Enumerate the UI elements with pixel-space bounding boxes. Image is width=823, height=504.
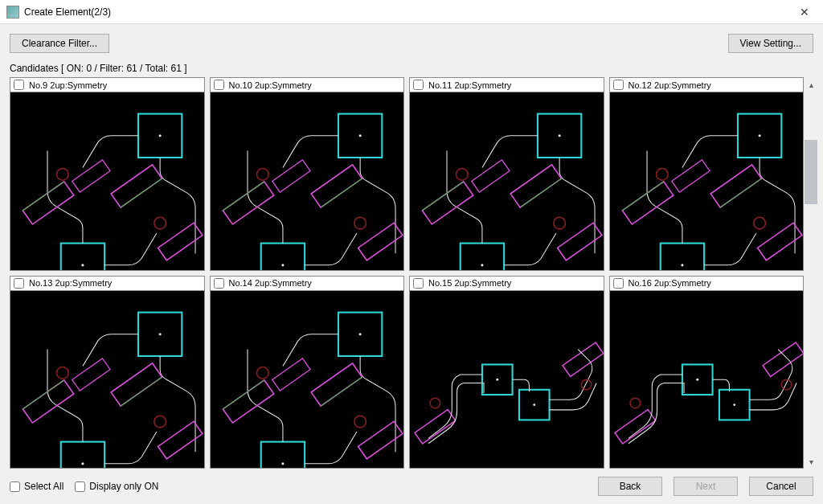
scroll-track[interactable] — [804, 92, 818, 454]
candidate-tile-header: No.14 2up:Symmetry — [211, 277, 404, 291]
svg-rect-21 — [272, 160, 309, 192]
svg-point-83 — [733, 404, 735, 406]
candidate-checkbox[interactable] — [413, 80, 424, 90]
window-title: Create Element(2/3) — [24, 6, 786, 18]
candidate-checkbox[interactable] — [413, 278, 424, 289]
svg-point-27 — [481, 264, 483, 266]
candidate-label: No.15 2up:Symmetry — [428, 278, 511, 288]
svg-point-61 — [358, 333, 361, 335]
svg-point-46 — [656, 169, 668, 181]
candidate-tile[interactable]: No.14 2up:Symmetry — [210, 276, 405, 469]
svg-rect-64 — [223, 379, 273, 422]
svg-point-47 — [753, 217, 765, 229]
svg-rect-18 — [311, 165, 362, 207]
clearance-filter-button[interactable]: Clearance Filter... — [10, 34, 109, 53]
svg-point-87 — [781, 379, 792, 390]
candidate-checkbox[interactable] — [214, 80, 224, 90]
svg-point-37 — [758, 134, 760, 137]
back-button[interactable]: Back — [598, 477, 662, 496]
view-setting-button[interactable]: View Setting... — [728, 34, 814, 53]
window-titlebar: Create Element(2/3) ✕ — [0, 0, 823, 24]
close-button[interactable]: ✕ — [786, 0, 823, 24]
vertical-scrollbar[interactable]: ▴ ▾ — [804, 77, 818, 469]
candidate-preview — [10, 92, 204, 271]
cancel-button[interactable]: Cancel — [749, 477, 813, 496]
candidate-tile-header: No.12 2up:Symmetry — [610, 78, 804, 92]
svg-rect-6 — [111, 165, 162, 207]
toolbar: Clearance Filter... View Setting... — [0, 24, 823, 63]
svg-rect-62 — [260, 441, 304, 469]
scroll-down-arrow[interactable]: ▾ — [804, 454, 818, 469]
candidate-tile-header: No.16 2up:Symmetry — [610, 277, 804, 291]
select-all-checkbox[interactable]: Select All — [10, 481, 63, 492]
svg-point-1 — [159, 134, 162, 137]
svg-point-51 — [81, 462, 84, 465]
svg-point-86 — [630, 398, 641, 408]
svg-rect-42 — [710, 165, 761, 207]
candidate-tile[interactable]: No.11 2up:Symmetry — [409, 77, 604, 271]
svg-rect-52 — [23, 379, 73, 422]
scroll-thumb[interactable] — [805, 140, 817, 204]
candidate-checkbox[interactable] — [613, 278, 624, 289]
candidate-tile[interactable]: No.13 2up:Symmetry — [10, 276, 205, 469]
svg-rect-56 — [158, 421, 203, 459]
candidate-tile-header: No.13 2up:Symmetry — [10, 277, 204, 291]
candidate-checkbox[interactable] — [214, 278, 224, 289]
svg-point-10 — [57, 169, 69, 181]
svg-point-3 — [81, 264, 84, 266]
svg-point-71 — [354, 416, 366, 428]
candidate-tile-header: No.10 2up:Symmetry — [211, 78, 404, 92]
svg-point-63 — [281, 462, 284, 465]
svg-rect-20 — [358, 223, 402, 260]
svg-rect-32 — [558, 223, 602, 260]
svg-point-34 — [457, 169, 469, 181]
candidate-checkbox[interactable] — [14, 80, 24, 90]
svg-rect-8 — [158, 223, 203, 260]
candidate-checkbox[interactable] — [14, 278, 24, 289]
svg-point-22 — [256, 169, 268, 181]
svg-rect-26 — [461, 244, 504, 271]
candidate-tile[interactable]: No.10 2up:Symmetry — [210, 77, 405, 271]
svg-rect-69 — [272, 358, 309, 390]
svg-rect-68 — [358, 421, 402, 459]
candidates-summary: Candidates [ ON: 0 / Filter: 61 / Total:… — [0, 63, 823, 77]
svg-rect-44 — [757, 223, 801, 260]
candidate-tile[interactable]: No.15 2up:Symmetry — [409, 276, 604, 469]
candidate-label: No.16 2up:Symmetry — [629, 278, 711, 288]
svg-point-13 — [358, 134, 361, 137]
svg-rect-28 — [422, 182, 473, 224]
svg-rect-50 — [61, 441, 104, 469]
candidate-tile[interactable]: No.9 2up:Symmetry — [10, 77, 205, 271]
svg-rect-85 — [763, 342, 803, 375]
candidate-label: No.9 2up:Symmetry — [29, 80, 107, 90]
svg-rect-40 — [622, 182, 673, 224]
candidate-label: No.14 2up:Symmetry — [229, 278, 312, 288]
svg-rect-9 — [72, 160, 110, 192]
candidate-tile[interactable]: No.16 2up:Symmetry — [609, 276, 805, 469]
svg-rect-77 — [563, 342, 603, 375]
select-all-input[interactable] — [10, 481, 20, 492]
candidate-tile[interactable]: No.12 2up:Symmetry — [609, 77, 805, 271]
svg-point-79 — [581, 379, 592, 390]
svg-point-78 — [430, 398, 440, 408]
svg-rect-45 — [671, 160, 709, 192]
candidate-tile-header: No.11 2up:Symmetry — [410, 78, 604, 92]
candidate-preview — [610, 92, 804, 271]
svg-point-49 — [159, 333, 162, 335]
scroll-up-arrow[interactable]: ▴ — [804, 77, 818, 92]
candidate-tile-header: No.15 2up:Symmetry — [410, 277, 604, 291]
candidate-checkbox[interactable] — [613, 80, 624, 90]
svg-point-75 — [533, 404, 535, 406]
next-button[interactable]: Next — [674, 477, 738, 496]
candidate-label: No.13 2up:Symmetry — [29, 278, 112, 288]
footer: Select All Display only ON Back Next Can… — [0, 469, 823, 504]
app-icon — [6, 6, 19, 18]
select-all-label: Select All — [24, 481, 63, 492]
svg-rect-66 — [311, 363, 362, 405]
candidate-preview — [410, 291, 604, 469]
candidates-grid-area: No.9 2up:Symmetry No.10 2up:Symmetry — [0, 77, 823, 469]
candidate-preview — [10, 291, 204, 469]
display-only-on-checkbox[interactable]: Display only ON — [75, 481, 158, 492]
display-only-on-input[interactable] — [75, 481, 85, 492]
candidate-label: No.12 2up:Symmetry — [629, 80, 711, 90]
